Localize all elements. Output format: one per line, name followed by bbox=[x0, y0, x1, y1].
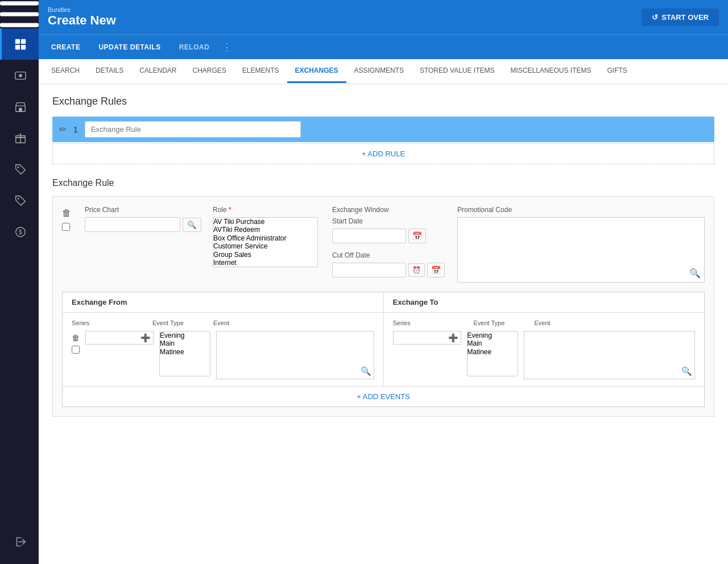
from-row-checkbox[interactable] bbox=[72, 346, 80, 354]
start-over-button[interactable]: ↺ START OVER bbox=[642, 9, 719, 26]
exchange-window-col: Exchange Window Start Date 📅 Cut Off Dat… bbox=[332, 206, 446, 283]
sidebar-item-gift[interactable] bbox=[0, 122, 39, 154]
hamburger-menu[interactable] bbox=[0, 0, 39, 28]
rule-checkbox[interactable] bbox=[62, 223, 70, 231]
from-event-type-listbox[interactable]: Evening Main Matinee bbox=[159, 331, 210, 376]
add-events-button[interactable]: + ADD EVENTS bbox=[63, 386, 704, 407]
add-rule-button[interactable]: + ADD RULE bbox=[52, 143, 714, 164]
promo-code-col: Promotional Code 🔍 bbox=[457, 206, 705, 283]
cut-off-date-label: Cut Off Date bbox=[332, 251, 446, 259]
promo-code-textarea[interactable] bbox=[458, 218, 704, 280]
promo-code-label: Promotional Code bbox=[457, 206, 705, 214]
to-event-type-header: Event Type bbox=[474, 320, 528, 326]
tab-calendar[interactable]: CALENDAR bbox=[131, 60, 184, 83]
rule-row-1: ✏ 1 bbox=[52, 117, 714, 142]
rule-form: 🗑 Price Chart 🔍 bbox=[52, 196, 714, 417]
to-series-input[interactable] bbox=[397, 334, 448, 342]
from-event-header: Event bbox=[213, 320, 374, 326]
sidebar-item-dollar2[interactable]: $ bbox=[0, 216, 39, 247]
svg-rect-2 bbox=[0, 23, 39, 27]
to-event-type-option-2[interactable]: Matinee bbox=[468, 348, 518, 356]
start-date-wrap: 📅 bbox=[332, 229, 446, 243]
from-event-search-button[interactable]: 🔍 bbox=[361, 366, 371, 376]
svg-point-14 bbox=[17, 166, 19, 168]
role-option-2[interactable]: Box Office Administrator bbox=[213, 234, 317, 242]
sidebar-item-dollar[interactable] bbox=[0, 60, 39, 91]
from-series-header: Series bbox=[72, 320, 146, 326]
sidebar-item-tag1[interactable] bbox=[0, 154, 39, 185]
cut-off-time-button[interactable]: ⏰ bbox=[408, 263, 425, 277]
from-event-type-option-0[interactable]: Evening bbox=[160, 331, 210, 339]
role-option-5[interactable]: Internet bbox=[213, 259, 317, 267]
tab-charges[interactable]: CHARGES bbox=[185, 60, 234, 83]
edit-icon[interactable]: ✏ bbox=[59, 124, 67, 135]
breadcrumb: Bundles bbox=[48, 6, 116, 13]
from-delete-button[interactable]: 🗑 bbox=[72, 333, 80, 342]
svg-rect-1 bbox=[0, 12, 39, 16]
exchange-from-to-section: Exchange From Exchange To Series Event T… bbox=[62, 292, 705, 407]
tab-stored-value-items[interactable]: STORED VALUE ITEMS bbox=[412, 60, 503, 83]
tab-gifts[interactable]: GIFTS bbox=[599, 60, 635, 83]
role-option-0[interactable]: AV Tiki Purchase bbox=[213, 218, 317, 226]
role-col: Role * AV Tiki Purchase AVTiki Redeem Bo… bbox=[213, 206, 321, 283]
to-event-search-button[interactable]: 🔍 bbox=[681, 366, 692, 376]
sidebar-item-store[interactable] bbox=[0, 91, 39, 122]
from-event-wrap: 🔍 bbox=[216, 331, 374, 379]
reload-button[interactable]: RELOAD bbox=[171, 40, 218, 55]
from-event-type-option-2[interactable]: Matinee bbox=[160, 348, 210, 356]
role-option-1[interactable]: AVTiki Redeem bbox=[213, 226, 317, 234]
required-marker: * bbox=[229, 206, 231, 214]
cut-off-date-wrap: ⏰ 📅 bbox=[332, 263, 446, 277]
to-event-type-option-1[interactable]: Main bbox=[468, 339, 518, 347]
rule-form-header: 🗑 Price Chart 🔍 bbox=[62, 206, 705, 283]
tab-elements[interactable]: ELEMENTS bbox=[234, 60, 287, 83]
role-option-3[interactable]: Customer Service bbox=[213, 242, 317, 250]
from-event-textarea[interactable] bbox=[217, 331, 374, 377]
exchange-rules-heading: Exchange Rules bbox=[52, 96, 714, 107]
sidebar-item-exit[interactable] bbox=[0, 526, 39, 557]
svg-text:$: $ bbox=[18, 229, 22, 235]
start-date-label: Start Date bbox=[332, 217, 446, 225]
role-option-4[interactable]: Group Sales bbox=[213, 251, 317, 259]
price-chart-input-wrap: 🔍 bbox=[85, 217, 201, 232]
exchange-from-body: Series Event Type Event 🗑 bbox=[63, 313, 384, 386]
from-series-input-wrap: ➕ bbox=[85, 331, 154, 345]
role-label: Role * bbox=[213, 206, 321, 214]
to-event-textarea[interactable] bbox=[524, 331, 695, 377]
price-chart-search-button[interactable]: 🔍 bbox=[183, 218, 201, 232]
start-date-calendar-button[interactable]: 📅 bbox=[408, 229, 426, 243]
promo-code-search-button[interactable]: 🔍 bbox=[689, 268, 701, 279]
tab-search[interactable]: SEARCH bbox=[43, 60, 88, 83]
from-series-add-button[interactable]: ➕ bbox=[140, 333, 150, 342]
create-button[interactable]: CREATE bbox=[43, 40, 88, 55]
rule-name-input[interactable] bbox=[85, 121, 301, 138]
promo-textarea-wrap: 🔍 bbox=[457, 217, 705, 283]
to-exchange-row: ➕ Evening Main Matinee 🔍 bbox=[393, 331, 696, 379]
header-left: Bundles Create New bbox=[48, 6, 116, 28]
tab-assignments[interactable]: ASSIGNMENTS bbox=[346, 60, 412, 83]
price-chart-input[interactable] bbox=[85, 217, 180, 232]
sidebar-item-dashboard[interactable] bbox=[0, 28, 39, 60]
exchange-to-label: Exchange To bbox=[383, 292, 705, 313]
cut-off-date-input[interactable] bbox=[332, 263, 406, 277]
tab-miscellaneous-items[interactable]: MISCELLANEOUS ITEMS bbox=[503, 60, 599, 83]
role-listbox[interactable]: AV Tiki Purchase AVTiki Redeem Box Offic… bbox=[213, 217, 318, 267]
to-event-type-option-0[interactable]: Evening bbox=[468, 331, 518, 339]
start-over-label: START OVER bbox=[661, 13, 709, 22]
delete-rule-button[interactable]: 🗑 bbox=[62, 208, 71, 218]
tab-details[interactable]: DETAILS bbox=[88, 60, 131, 83]
to-series-add-button[interactable]: ➕ bbox=[448, 333, 458, 342]
sidebar: $ bbox=[0, 0, 39, 564]
to-event-type-listbox[interactable]: Evening Main Matinee bbox=[467, 331, 518, 376]
tab-exchanges[interactable]: EXCHANGES bbox=[287, 60, 346, 83]
svg-rect-0 bbox=[0, 1, 39, 5]
cut-off-date-calendar-button[interactable]: 📅 bbox=[427, 263, 445, 277]
toolbar: CREATE UPDATE DETAILS RELOAD ⋮ bbox=[39, 34, 728, 59]
from-series-input[interactable] bbox=[89, 334, 140, 342]
from-event-type-option-1[interactable]: Main bbox=[160, 339, 210, 347]
start-date-input[interactable] bbox=[332, 229, 406, 243]
update-details-button[interactable]: UPDATE DETAILS bbox=[90, 40, 168, 55]
sidebar-item-tag2[interactable] bbox=[0, 185, 39, 216]
svg-point-15 bbox=[17, 197, 19, 199]
page-title: Create New bbox=[48, 13, 116, 28]
